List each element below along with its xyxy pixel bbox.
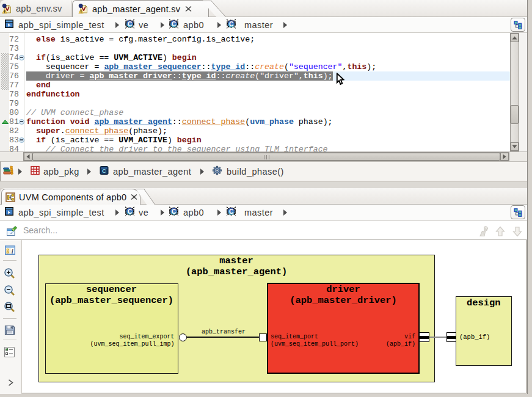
- svg-text:C: C: [128, 20, 132, 27]
- svg-text:C: C: [229, 20, 233, 27]
- svg-text:C: C: [229, 208, 233, 215]
- svg-text:i: i: [12, 248, 13, 255]
- svg-text:C: C: [172, 20, 176, 27]
- svg-text:C: C: [102, 167, 106, 174]
- svg-text:C: C: [172, 208, 176, 215]
- svg-text:C: C: [128, 208, 132, 215]
